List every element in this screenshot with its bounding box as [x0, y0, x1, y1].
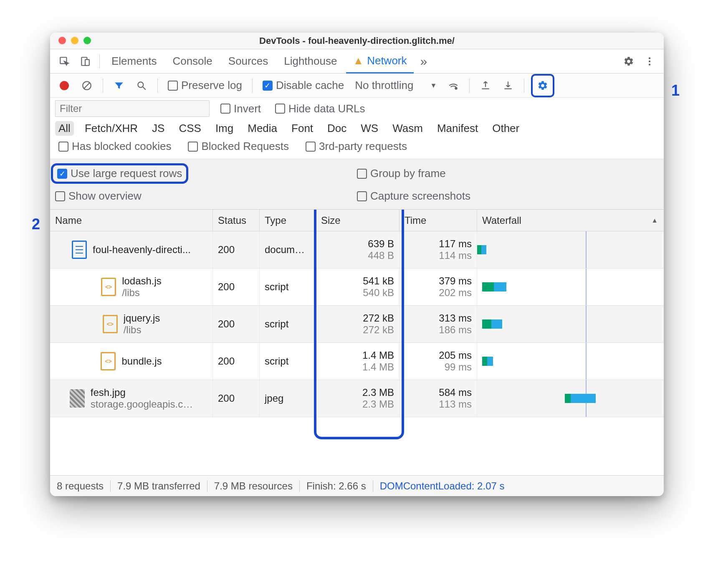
type-filter-font[interactable]: Font [288, 121, 316, 136]
large-rows-highlight: Use large request rows [51, 163, 188, 184]
throttling-select[interactable]: No throttling▼ [352, 79, 440, 92]
export-har-icon[interactable] [499, 76, 517, 95]
status-cell: 200 [213, 380, 260, 417]
tab-lighthouse[interactable]: Lighthouse [277, 49, 344, 74]
table-row[interactable]: foul-heavenly-directi...200docum…639 B44… [50, 231, 664, 269]
script-icon: <> [103, 315, 118, 333]
show-overview-checkbox[interactable]: Show overview [55, 190, 357, 203]
close-window-button[interactable] [58, 37, 66, 44]
name-cell: fesh.jpgstorage.googleapis.c… [50, 380, 213, 417]
type-filter-manifest[interactable]: Manifest [434, 121, 481, 136]
type-filter-other[interactable]: Other [489, 121, 523, 136]
separator [469, 79, 470, 93]
network-conditions-icon[interactable] [444, 76, 463, 95]
traffic-lights [58, 37, 91, 44]
inspect-element-icon[interactable] [55, 52, 73, 71]
name-cell: <>lodash.js/libs [50, 269, 213, 305]
script-icon: <> [101, 352, 116, 370]
size-cell: 272 kB272 kB [316, 306, 400, 342]
waterfall-cell [477, 306, 664, 342]
name-cell: <>jquery.js/libs [50, 306, 213, 342]
request-name: foul-heavenly-directi... [93, 244, 191, 256]
invert-checkbox[interactable]: Invert [217, 102, 264, 115]
filter-row: Invert Hide data URLs [50, 98, 664, 119]
devtools-window: DevTools - foul-heavenly-direction.glitc… [50, 33, 664, 496]
disable-cache-checkbox[interactable]: Disable cache [259, 79, 347, 92]
callout-2: 2 [32, 215, 40, 233]
tab-console[interactable]: Console [166, 49, 219, 74]
type-filter-all[interactable]: All [55, 121, 74, 136]
name-cell: <>bundle.js [50, 343, 213, 380]
chevron-down-icon: ▼ [430, 82, 437, 89]
col-status[interactable]: Status [213, 210, 260, 231]
request-path: storage.googleapis.c… [91, 398, 193, 410]
sort-asc-icon: ▲ [651, 217, 658, 224]
col-size[interactable]: Size [316, 210, 400, 231]
preserve-log-checkbox[interactable]: Preserve log [164, 79, 245, 92]
svg-rect-11 [482, 88, 489, 89]
capture-screenshots-checkbox[interactable]: Capture screenshots [357, 190, 659, 203]
status-transferred: 7.9 MB transferred [117, 480, 200, 492]
minimize-window-button[interactable] [71, 37, 78, 44]
type-filter-fetch[interactable]: Fetch/XHR [81, 121, 141, 136]
request-name: fesh.jpg [91, 387, 193, 398]
type-filter-doc[interactable]: Doc [324, 121, 350, 136]
warning-icon: ▲ [353, 54, 364, 67]
blocked-cookies-checkbox[interactable]: Has blocked cookies [55, 140, 174, 153]
col-waterfall[interactable]: Waterfall▲ [477, 210, 664, 231]
grid-body[interactable]: foul-heavenly-directi...200docum…639 B44… [50, 231, 664, 417]
status-cell: 200 [213, 269, 260, 305]
device-toolbar-icon[interactable] [76, 52, 94, 71]
settings-gear-icon[interactable] [620, 52, 638, 71]
type-filter-js[interactable]: JS [149, 121, 168, 136]
search-icon[interactable] [132, 76, 151, 95]
import-har-icon[interactable] [476, 76, 495, 95]
table-row[interactable]: <>lodash.js/libs200script541 kB540 kB379… [50, 269, 664, 306]
filter-toggle-icon[interactable] [110, 76, 128, 95]
type-cell: script [260, 306, 316, 342]
svg-point-3 [649, 57, 650, 59]
type-filter-wasm[interactable]: Wasm [389, 121, 426, 136]
network-settings-gear-icon[interactable] [534, 76, 552, 95]
svg-point-8 [138, 82, 143, 87]
waterfall-cell [477, 380, 664, 417]
clear-icon[interactable] [78, 76, 96, 95]
group-by-frame-checkbox[interactable]: Group by frame [357, 163, 659, 184]
tab-network[interactable]: ▲Network [346, 49, 413, 74]
col-type[interactable]: Type [260, 210, 316, 231]
table-row[interactable]: <>jquery.js/libs200script272 kB272 kB313… [50, 306, 664, 343]
kebab-menu-icon[interactable] [640, 52, 659, 71]
separator [524, 79, 524, 93]
extra-filter-row: Has blocked cookies Blocked Requests 3rd… [50, 140, 664, 159]
large-rows-checkbox[interactable]: Use large request rows [55, 163, 357, 184]
type-filter-ws[interactable]: WS [357, 121, 382, 136]
col-name[interactable]: Name [50, 210, 213, 231]
more-tabs-icon[interactable]: » [416, 54, 432, 68]
tab-sources[interactable]: Sources [222, 49, 275, 74]
zoom-window-button[interactable] [83, 37, 91, 44]
type-cell: jpeg [260, 380, 316, 417]
type-filter-img[interactable]: Img [212, 121, 237, 136]
type-filter-css[interactable]: CSS [175, 121, 204, 136]
record-button[interactable] [55, 76, 73, 95]
col-time[interactable]: Time [400, 210, 477, 231]
third-party-checkbox[interactable]: 3rd-party requests [302, 140, 410, 153]
tab-elements[interactable]: Elements [105, 49, 163, 74]
time-cell: 584 ms113 ms [400, 380, 477, 417]
size-cell: 1.4 MB1.4 MB [316, 343, 400, 380]
hide-data-urls-checkbox[interactable]: Hide data URLs [272, 102, 369, 115]
separator [252, 79, 253, 93]
size-cell: 541 kB540 kB [316, 269, 400, 305]
size-cell: 2.3 MB2.3 MB [316, 380, 400, 417]
table-row[interactable]: <>bundle.js200script1.4 MB1.4 MB205 ms99… [50, 343, 664, 380]
request-path: /libs [124, 324, 160, 336]
svg-point-4 [649, 60, 650, 62]
image-icon [70, 389, 85, 408]
blocked-requests-checkbox[interactable]: Blocked Requests [185, 140, 292, 153]
script-icon: <> [101, 278, 116, 296]
status-bar: 8 requests 7.9 MB transferred 7.9 MB res… [50, 475, 664, 496]
type-filter-row: All Fetch/XHR JS CSS Img Media Font Doc … [50, 119, 664, 140]
table-row[interactable]: fesh.jpgstorage.googleapis.c…200jpeg2.3 … [50, 380, 664, 417]
filter-input[interactable] [55, 100, 210, 117]
type-filter-media[interactable]: Media [244, 121, 281, 136]
